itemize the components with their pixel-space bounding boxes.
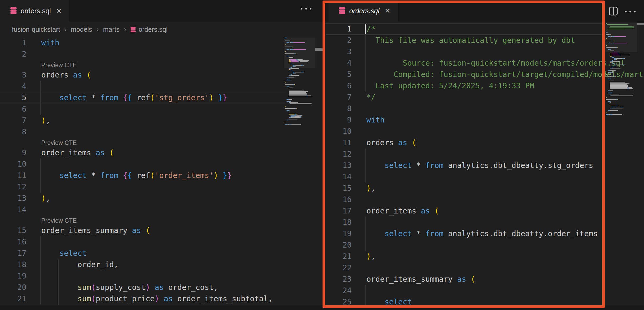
code-text: ),: [41, 193, 50, 204]
code-line-4: 4: [0, 81, 325, 92]
indent-guide: [58, 270, 59, 282]
indent-guide: [365, 35, 366, 46]
indent-guide: [40, 81, 41, 92]
minimap-left[interactable]: [284, 38, 315, 127]
code-line-12: 12: [325, 148, 644, 160]
line-number: 22: [325, 262, 352, 273]
code-line-4: 4 Source: fusion-quickstart/models/marts…: [325, 57, 644, 69]
breadcrumb-item-models[interactable]: models: [71, 26, 92, 33]
breadcrumb-item-orders.sql[interactable]: orders.sql: [130, 26, 168, 33]
close-icon[interactable]: ✕: [385, 8, 390, 14]
code-line-22: 22: [325, 262, 644, 273]
line-number: 16: [325, 194, 352, 205]
split-editor-icon[interactable]: [609, 6, 618, 17]
tab-orders-sql-preview[interactable]: orders.sql ✕: [329, 0, 398, 22]
indent-guide: [40, 236, 41, 248]
code-text: order_items as (: [366, 205, 439, 217]
line-number: 2: [0, 48, 26, 60]
code-line-18: 18 order_id,: [0, 259, 325, 270]
line-number: 11: [325, 137, 352, 148]
codelens-preview-cte[interactable]: Preview CTE: [0, 60, 325, 69]
code-text: select * from {{ ref('order_items') }}: [41, 170, 232, 181]
code-editor-right[interactable]: 1/*2 This file was automatically generat…: [325, 23, 644, 308]
indent-guide: [40, 248, 41, 259]
line-number: 17: [325, 205, 352, 217]
line-number: 3: [0, 69, 26, 81]
code-line-9: 9with: [325, 114, 644, 126]
code-line-2: 2: [0, 48, 325, 60]
code-line-8: 8: [0, 126, 325, 138]
code-line-15: 15order_items_summary as (: [0, 225, 325, 236]
breadcrumb-item-marts[interactable]: marts: [103, 26, 120, 33]
code-line-11: 11orders as (: [325, 137, 644, 148]
code-line-3: 3: [325, 46, 644, 57]
line-number: 7: [325, 92, 352, 103]
code-line-1: 1with: [0, 37, 325, 48]
indent-guide: [40, 259, 41, 270]
line-number: 15: [325, 183, 352, 194]
line-number: 2: [325, 35, 352, 46]
tab-bar-left: orders.sql ✕: [0, 0, 325, 22]
code-line-23: 23order_items_summary as (: [325, 273, 644, 285]
code-line-12: 12: [0, 181, 325, 193]
text-cursor: [365, 24, 366, 34]
code-editor-left[interactable]: 1with2Preview CTE3orders as (45 select *…: [0, 37, 325, 304]
minimap-right[interactable]: [605, 23, 637, 118]
database-icon: [339, 7, 346, 15]
line-number: 10: [325, 126, 352, 137]
line-number: 11: [0, 170, 26, 181]
code-line-1: 1/*: [325, 23, 644, 35]
line-number: 19: [0, 270, 26, 282]
indent-guide: [40, 282, 41, 293]
current-line-highlight: [0, 92, 286, 103]
breadcrumb-item-fusion-quickstart[interactable]: fusion-quickstart: [12, 26, 60, 33]
code-text: with: [366, 114, 385, 126]
code-text: with: [41, 37, 59, 48]
code-line-19: 19 select * from analytics.dbt_dbeatty.o…: [325, 228, 644, 239]
line-number: 6: [0, 103, 26, 115]
indent-guide: [40, 103, 41, 115]
tab-label: orders.sql: [349, 7, 379, 15]
line-number: 24: [325, 285, 352, 296]
close-icon[interactable]: ✕: [56, 8, 62, 14]
indent-guide: [365, 160, 366, 171]
code-text: order_id,: [41, 259, 118, 270]
code-text: Source: fusion-quickstart/models/marts/o…: [366, 57, 625, 69]
indent-guide: [40, 158, 41, 170]
line-number: 4: [325, 57, 352, 69]
codelens-preview-cte[interactable]: Preview CTE: [0, 215, 325, 225]
breadcrumb-separator: ›: [124, 25, 126, 34]
more-actions-icon[interactable]: [301, 8, 311, 10]
indent-guide: [365, 217, 366, 228]
indent-guide: [365, 148, 366, 160]
editor-bottom-edge: [325, 305, 644, 310]
code-line-20: 20 sum(supply_cost) as order_cost,: [0, 282, 325, 293]
code-text: sum(supply_cost) as order_cost,: [41, 282, 218, 293]
code-line-18: 18: [325, 217, 644, 228]
indent-guide: [365, 46, 366, 57]
code-line-14: 14: [325, 171, 644, 183]
code-text: order_items as (: [41, 147, 114, 158]
line-number: 20: [325, 239, 352, 251]
indent-guide: [40, 293, 41, 304]
code-line-2: 2 This file was automatically generated …: [325, 35, 644, 46]
code-line-5: 5 select * from {{ ref('stg_orders') }}: [0, 92, 325, 103]
tab-orders-sql[interactable]: orders.sql ✕: [0, 0, 70, 22]
code-line-21: 21),: [325, 251, 644, 262]
indent-guide: [365, 239, 366, 251]
line-number: 20: [0, 282, 26, 293]
line-number: 9: [325, 114, 352, 126]
code-line-14: 14: [0, 204, 325, 215]
indent-guide: [58, 293, 59, 304]
line-number: 16: [0, 236, 26, 248]
indent-guide: [365, 171, 366, 183]
code-text: This file was automatically generated by…: [366, 35, 575, 46]
more-actions-icon[interactable]: [625, 11, 636, 12]
codelens-preview-cte[interactable]: Preview CTE: [0, 138, 325, 147]
code-text: select: [41, 248, 87, 259]
breadcrumb-separator: ›: [64, 25, 67, 34]
code-line-24: 24: [325, 285, 644, 296]
breadcrumb-separator: ›: [96, 25, 99, 34]
indent-guide: [40, 181, 41, 193]
line-number: 7: [0, 115, 26, 126]
